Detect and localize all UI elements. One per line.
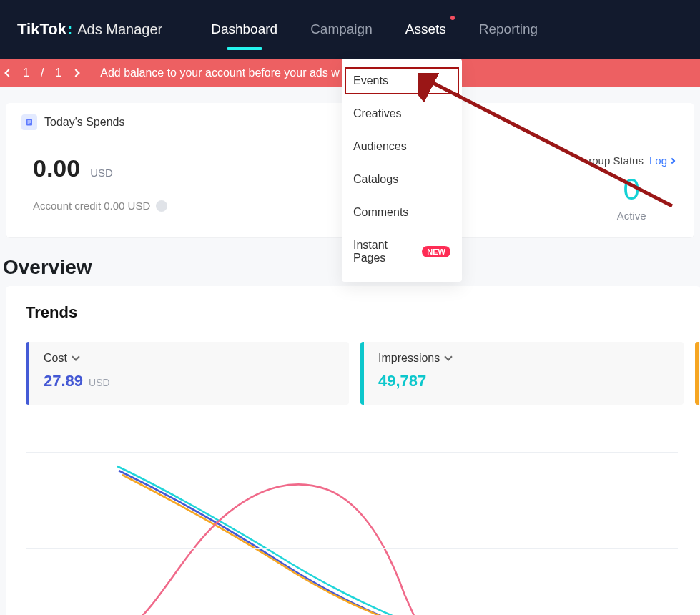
logo-sub-text: Ads Manager bbox=[77, 21, 162, 38]
chart-gridline bbox=[26, 452, 678, 453]
nav-items: Dashboard Campaign Assets Reporting bbox=[211, 0, 538, 59]
nav-assets[interactable]: Assets bbox=[405, 0, 446, 59]
help-icon[interactable] bbox=[156, 200, 167, 212]
status-value: 0 bbox=[623, 172, 639, 207]
alert-pager: 1 / 1 bbox=[6, 67, 79, 79]
spend-unit: USD bbox=[90, 167, 113, 179]
metric-impr-value: 49,787 bbox=[378, 372, 426, 390]
alert-total: 1 bbox=[55, 67, 61, 79]
status-header-text: roup Status bbox=[588, 154, 644, 167]
metric-cost-name: Cost bbox=[44, 352, 67, 365]
logo-dots-icon: : bbox=[67, 20, 71, 39]
alert-current: 1 bbox=[23, 67, 29, 79]
nav-campaign[interactable]: Campaign bbox=[310, 0, 373, 59]
top-nav: TikTok : Ads Manager Dashboard Campaign … bbox=[0, 0, 700, 59]
dropdown-item-audiences-label: Audiences bbox=[353, 140, 407, 153]
alert-sep: / bbox=[41, 67, 44, 79]
chevron-down-icon bbox=[445, 353, 453, 360]
dropdown-item-events[interactable]: Events bbox=[342, 64, 462, 97]
log-link[interactable]: Log bbox=[649, 154, 674, 167]
dropdown-item-creatives-label: Creatives bbox=[353, 107, 402, 120]
dropdown-item-instant-pages[interactable]: Instant Pages NEW bbox=[342, 229, 462, 275]
dropdown-item-comments[interactable]: Comments bbox=[342, 196, 462, 229]
metric-impressions[interactable]: Impressions 49,787 bbox=[360, 342, 684, 405]
logo[interactable]: TikTok : Ads Manager bbox=[17, 20, 162, 39]
new-badge: NEW bbox=[422, 246, 450, 257]
trends-chart-svg bbox=[26, 445, 684, 615]
nav-reporting-label: Reporting bbox=[479, 21, 538, 37]
dropdown-item-instant-pages-label: Instant Pages bbox=[353, 239, 422, 265]
nav-campaign-label: Campaign bbox=[310, 21, 373, 37]
alert-prev-icon[interactable] bbox=[4, 69, 12, 77]
metric-cost-value: 27.89 bbox=[44, 372, 83, 390]
logo-tiktok-text: TikTok bbox=[17, 20, 66, 39]
document-icon bbox=[21, 114, 37, 130]
notification-dot-icon bbox=[450, 16, 455, 20]
dropdown-item-audiences[interactable]: Audiences bbox=[342, 130, 462, 163]
svg-rect-3 bbox=[28, 122, 31, 123]
spend-value: 0.00 bbox=[33, 154, 80, 182]
dropdown-item-catalogs[interactable]: Catalogs bbox=[342, 163, 462, 196]
trends-card: Trends Cost 27.89 USD Impressions 49,787… bbox=[6, 286, 700, 615]
svg-rect-4 bbox=[28, 124, 30, 124]
trends-chart bbox=[26, 445, 681, 615]
svg-rect-2 bbox=[28, 121, 31, 122]
metric-cost[interactable]: Cost 27.89 USD bbox=[26, 342, 349, 405]
status-label: Active bbox=[617, 210, 646, 222]
dropdown-item-events-label: Events bbox=[353, 74, 388, 87]
log-link-text: Log bbox=[649, 154, 667, 167]
metrics-row: Cost 27.89 USD Impressions 49,787 Cli 12 bbox=[26, 342, 681, 405]
nav-dashboard-label: Dashboard bbox=[211, 21, 277, 37]
chart-line-cost bbox=[119, 471, 412, 615]
spend-block: 0.00 USD Account credit 0.00 USD bbox=[33, 154, 167, 222]
dropdown-item-catalogs-label: Catalogs bbox=[353, 173, 398, 186]
chart-line-clicks bbox=[122, 475, 412, 615]
dropdown-item-comments-label: Comments bbox=[353, 206, 408, 219]
alert-message: Add balance to your account before your … bbox=[100, 67, 339, 79]
chart-line-other bbox=[129, 484, 420, 615]
chevron-right-icon bbox=[669, 157, 675, 163]
metric-impr-name: Impressions bbox=[378, 352, 440, 365]
nav-reporting[interactable]: Reporting bbox=[479, 0, 538, 59]
metric-clicks[interactable]: Cli 12 bbox=[695, 342, 700, 405]
chevron-down-icon bbox=[72, 353, 79, 360]
nav-dashboard[interactable]: Dashboard bbox=[211, 0, 277, 59]
chart-gridline bbox=[26, 548, 678, 549]
assets-dropdown: Events Creatives Audiences Catalogs Comm… bbox=[342, 59, 462, 282]
metric-cost-unit: USD bbox=[89, 377, 110, 388]
status-block: roup Status Log 0 Active bbox=[588, 154, 674, 222]
nav-assets-label: Assets bbox=[405, 21, 446, 37]
card-title: Today's Spends bbox=[44, 116, 124, 129]
account-credit-text: Account credit 0.00 USD bbox=[33, 200, 150, 212]
chart-line-impressions bbox=[117, 466, 418, 615]
dropdown-item-creatives[interactable]: Creatives bbox=[342, 97, 462, 130]
alert-next-icon[interactable] bbox=[72, 69, 80, 77]
trends-title: Trends bbox=[26, 303, 681, 322]
